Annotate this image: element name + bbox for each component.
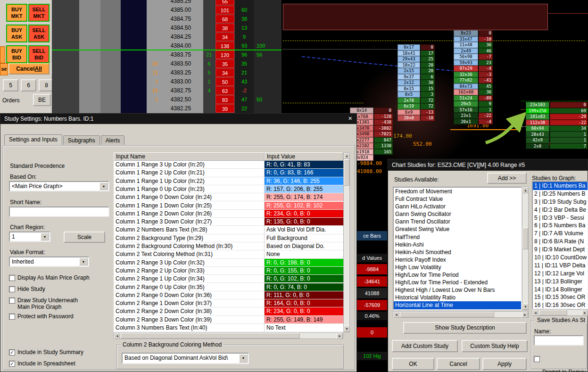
dialog-title-bar[interactable]: Chart Studies for: ESZ3.CME [CV][M] 4.00… xyxy=(388,159,588,171)
scale-button[interactable]: Scale xyxy=(64,231,105,243)
input-value-cell[interactable]: R: 0, G: 198, B: 0 xyxy=(265,259,343,267)
study-list-item[interactable]: Heikin-Ashi xyxy=(394,241,521,248)
tab-alerts[interactable]: Alerts xyxy=(101,135,125,145)
short-name-input[interactable] xyxy=(9,207,109,217)
dom-ask-vol-cell[interactable]: 68 xyxy=(215,15,234,23)
custom-study-help-button[interactable]: Custom Study Help xyxy=(462,340,528,352)
scrollbar-thumb[interactable] xyxy=(522,228,528,249)
input-value-cell[interactable]: R: 135, G: 0, B: 0 xyxy=(265,218,343,226)
graphed-study-list-item[interactable]: 8 | ID:6 B/A Rate (N xyxy=(533,238,588,246)
sell-mkt-button[interactable]: SELL MKT xyxy=(28,4,50,22)
graphed-study-list-item[interactable]: 3 | ID:19 Study Subg xyxy=(533,198,588,206)
input-value-cell[interactable]: R: 234, G: 0, B: 0 xyxy=(265,210,343,218)
cancel-all-button[interactable]: CancelAll xyxy=(8,63,50,74)
study-list-item[interactable]: Horizontal Line at Time xyxy=(394,301,521,309)
available-list-hscrollbar[interactable]: ◄ ► xyxy=(393,311,529,318)
study-inputs-table[interactable]: Column 1 Range 3 Up Color (In:20)R: 0, G… xyxy=(114,161,343,332)
dom-ask-vol-cell[interactable]: 38 xyxy=(215,24,234,32)
dom-ask-vol-cell[interactable]: 34 xyxy=(215,33,234,41)
study-list-item[interactable]: Herrick Payoff Index xyxy=(394,256,521,264)
checkbox-include-in-study-summary[interactable]: ✓Include in Study Summary xyxy=(9,349,110,355)
chevron-down-icon[interactable]: ▼ xyxy=(239,354,248,363)
available-list-scrollbar[interactable]: ▲ ▼ xyxy=(522,187,529,310)
input-name-header[interactable]: Input Name xyxy=(114,152,265,161)
checkbox-prompt-to-remove[interactable]: Prompt to Remov xyxy=(534,355,586,372)
scroll-up-icon[interactable]: ▲ xyxy=(522,187,529,193)
checkbox-display-as-main-price-graph[interactable]: Display As Main Price Graph xyxy=(9,274,110,281)
input-value-cell[interactable]: R: 255, G: 149, B: 149 xyxy=(265,316,343,324)
chevron-down-icon[interactable]: ▼ xyxy=(79,258,88,265)
value-format-select[interactable]: Inherited ▼ xyxy=(9,256,89,267)
dom-ask-vol-cell[interactable]: 35 xyxy=(215,59,234,68)
scrollbar-thumb[interactable] xyxy=(121,333,300,339)
input-name-cell[interactable]: Column 2 Text Coloring Method (In:31) xyxy=(114,250,265,258)
dom-ask-vol-cell[interactable]: 83 xyxy=(215,95,234,104)
graphed-study-list-item[interactable]: 2 | ID:25 Numbers B xyxy=(533,190,588,198)
input-value-cell[interactable]: R: 0, G: 102, B: 0 xyxy=(265,275,343,283)
input-name-cell[interactable]: Column 1 Range 3 Down Color (In:27) xyxy=(114,218,265,226)
dom-price-cell[interactable]: 4382.50 xyxy=(158,95,203,104)
dom-price-cell[interactable]: 4385.00 xyxy=(158,6,203,15)
scroll-right-icon[interactable]: ► xyxy=(337,333,343,339)
input-name-cell[interactable]: Column 2 Range 0 Up Color (In:35) xyxy=(114,283,265,291)
input-value-cell[interactable]: R: 0, G: 41, B: 83 xyxy=(265,161,343,169)
dom-ask-vol-cell[interactable]: 120 xyxy=(215,50,234,59)
input-value-cell[interactable]: R: 157, G: 206, B: 255 xyxy=(265,185,343,193)
input-value-cell[interactable]: R: 0, G: 83, B: 166 xyxy=(265,169,343,177)
checkbox-include-in-spreadsheet[interactable]: ✓Include in Spreadsheet xyxy=(9,360,110,367)
graphed-study-list-item[interactable]: 1 | ID:1 Numbers Ba xyxy=(533,182,588,190)
graphed-study-list-item[interactable]: 14 | ID:14 Bollinger xyxy=(533,286,588,294)
checkbox-box[interactable] xyxy=(9,275,15,281)
based-on-select[interactable]: <Main Price Graph> ▼ xyxy=(9,181,109,191)
add-custom-study-button[interactable]: Add Custom Study xyxy=(392,340,458,352)
checkbox-protect-with-password[interactable]: Protect with Password xyxy=(9,313,110,320)
dom-price-cell[interactable]: 4383.50 xyxy=(158,59,203,68)
tab-subgraphs[interactable]: Subgraphs xyxy=(63,135,100,145)
study-list-item[interactable]: Greatest Swing Value xyxy=(394,225,521,233)
qty-button-5[interactable]: 5 xyxy=(3,79,18,91)
input-name-cell[interactable]: Column 1 Range 1 Up Color (In:22) xyxy=(114,177,265,185)
input-value-cell[interactable]: R: 0, G: 74, B: 0 xyxy=(265,283,343,291)
input-name-cell[interactable]: Column 2 Range 0 Down Color (In:36) xyxy=(114,291,265,299)
study-list-item[interactable]: High Low Volatility xyxy=(394,264,521,271)
ok-button[interactable]: OK xyxy=(392,358,434,370)
graphed-study-list-item[interactable]: 11 | ID:11 VBP Delta xyxy=(533,262,588,270)
reverse-button-partial[interactable]: se xyxy=(0,63,8,75)
dom-ask-vol-cell[interactable]: 55 xyxy=(215,0,234,5)
input-name-cell[interactable]: Column 1 Range 2 Up Color (In:21) xyxy=(114,169,265,177)
input-name-cell[interactable]: Column 3 Numbers Bars Text (In:40) xyxy=(114,324,265,332)
input-value-cell[interactable]: R: 255, G: 174, B: 174 xyxy=(265,193,343,201)
study-list-item[interactable]: Freedom of Movement xyxy=(394,188,521,195)
input-name-cell[interactable]: Column 1 Range 3 Up Color (In:20) xyxy=(114,161,265,169)
input-value-cell[interactable]: Full Background xyxy=(265,234,343,242)
input-value-cell[interactable]: R: 111, G: 0, B: 0 xyxy=(265,291,343,299)
graphed-study-list-item[interactable]: 9 | ID:9 Market Dept xyxy=(533,246,588,254)
coloring-method-select[interactable]: Based on Diagonal Dominant AskVol Bid\ ▼ xyxy=(122,353,249,364)
dom-price-cell[interactable]: 4385.25 xyxy=(158,0,203,6)
scroll-down-icon[interactable]: ▼ xyxy=(344,326,350,332)
input-name-cell[interactable]: Column 2 Background Type (In:29) xyxy=(114,234,265,242)
chevron-down-icon[interactable]: ▼ xyxy=(99,182,108,190)
close-icon[interactable]: ✕ xyxy=(346,115,354,123)
study-list-item[interactable]: Gann Trend Oscillator xyxy=(394,218,521,225)
table-vertical-scrollbar[interactable]: ▲ ▼ xyxy=(343,152,350,332)
dom-price-cell[interactable]: 4384.50 xyxy=(158,24,203,33)
studies-to-graph-list[interactable]: 1 | ID:1 Numbers Ba2 | ID:25 Numbers B3 … xyxy=(532,181,588,309)
dom-ask-vol-cell[interactable]: 101 xyxy=(215,6,234,14)
study-list-item[interactable]: High/Low for Time Period xyxy=(394,271,521,279)
graphed-study-list-item[interactable]: 6 | ID:5 Numbers Ba xyxy=(533,222,588,230)
scroll-right-icon[interactable]: ► xyxy=(582,310,588,316)
apply-button[interactable]: Apply xyxy=(482,358,527,370)
studies-available-list[interactable]: Freedom of MovementFull Contract ValueGa… xyxy=(393,187,522,310)
input-name-cell[interactable]: Column 2 Range 3 Up Color (In:32) xyxy=(114,259,265,267)
dom-price-cell[interactable]: 4382.75 xyxy=(158,86,203,95)
checkbox-box[interactable] xyxy=(9,314,15,320)
study-list-item[interactable]: Full Contract Value xyxy=(394,195,521,203)
add-study-button[interactable]: Add >> xyxy=(487,173,527,184)
dom-ask-vol-cell[interactable]: 39 xyxy=(215,104,234,113)
checkbox-box[interactable] xyxy=(9,298,15,304)
save-name-input[interactable] xyxy=(534,335,584,346)
study-list-item[interactable]: High/Low for Time Period - Extended xyxy=(394,279,521,286)
table-horizontal-scrollbar[interactable]: ◄ ► xyxy=(114,332,343,339)
graphed-study-list-item[interactable]: 4 | ID:2 Bar Delta Be xyxy=(533,206,588,214)
